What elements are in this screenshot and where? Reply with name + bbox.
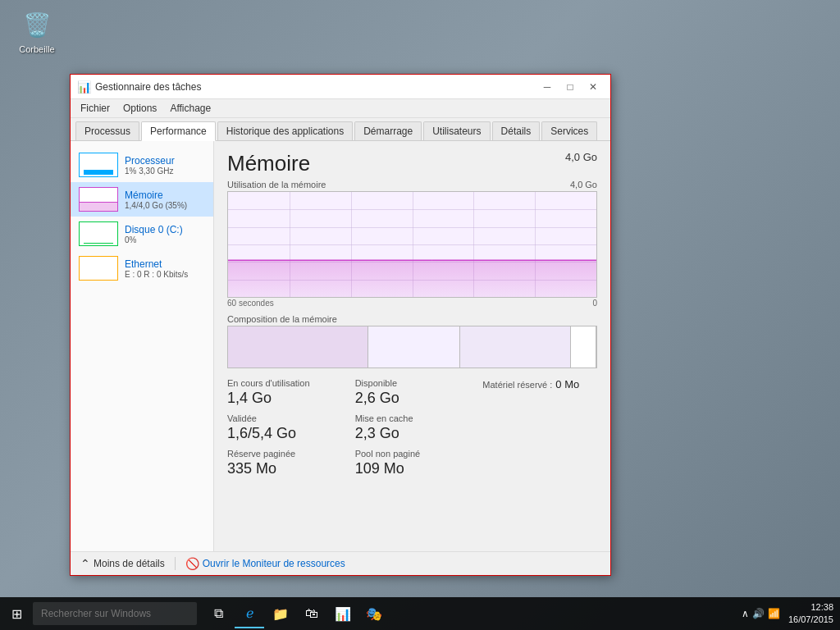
stat-nonpaged-value: 109 Mo (355, 460, 470, 477)
tab-utilisateurs[interactable]: Utilisateurs (423, 121, 490, 140)
disk-thumbnail (79, 221, 118, 246)
tab-services[interactable]: Services (541, 121, 597, 140)
panel-total: 4,0 Go (565, 151, 597, 163)
recycle-bin-icon: 🗑️ (21, 8, 53, 41)
main-panel: Mémoire 4,0 Go Utilisation de la mémoire… (214, 141, 610, 551)
memory-chart-section: Utilisation de la mémoire 4,0 Go (227, 180, 597, 308)
less-details-button[interactable]: ⌃ Moins de détails (80, 557, 165, 570)
stat-paged-pool: Réserve paginée 335 Mo (227, 449, 342, 477)
disk-name: Disque 0 (C:) (125, 224, 205, 235)
stat-paged-value: 335 Mo (227, 460, 342, 477)
explorer-icon[interactable]: 📁 (266, 599, 295, 628)
less-details-label: Moins de détails (94, 558, 165, 569)
menu-affichage[interactable]: Affichage (163, 101, 217, 116)
close-button[interactable]: ✕ (582, 79, 604, 95)
window-icon: 📊 (77, 80, 90, 94)
taskbar-right: ∧ 🔊 📶 12:38 16/07/2015 (742, 601, 840, 627)
stat-committed: Validée 1,6/5,4 Go (227, 413, 342, 442)
task-manager-window: 📊 Gestionnaire des tâches ─ □ ✕ Fichier … (70, 74, 611, 576)
date-display: 16/07/2015 (788, 614, 833, 626)
sidebar-item-ethernet[interactable]: Ethernet E : 0 R : 0 Kbits/s (71, 251, 213, 285)
taskbar-icons: ⧉ ℯ 📁 🛍 📊 🎭 (203, 599, 389, 628)
memory-info: Mémoire 1,4/4,0 Go (35%) (125, 189, 205, 210)
stat-reserved-label: Matériel réservé : (482, 380, 552, 390)
tab-processus[interactable]: Processus (75, 121, 139, 140)
chart-value: 4,0 Go (570, 180, 597, 189)
memory-thumbnail (79, 187, 118, 212)
start-button[interactable]: ⊞ (0, 597, 33, 630)
stat-cached-value: 2,3 Go (355, 425, 470, 442)
window-controls: ─ □ ✕ (536, 79, 604, 95)
tab-details[interactable]: Détails (492, 121, 541, 140)
network-icon[interactable]: 📶 (768, 608, 780, 619)
tabs: Processus Performance Historique des app… (71, 118, 610, 141)
cpu-thumbnail (79, 153, 118, 177)
tab-historique[interactable]: Historique des applications (217, 121, 353, 140)
composition-section: Composition de la mémoire (227, 314, 597, 368)
monitor-link[interactable]: 🚫 Ouvrir le Moniteur de ressources (185, 557, 345, 570)
sidebar-item-memory[interactable]: Mémoire 1,4/4,0 Go (35%) (71, 182, 213, 217)
clock[interactable]: 12:38 16/07/2015 (788, 601, 833, 627)
app2-icon[interactable]: 🎭 (359, 599, 389, 628)
chart-title: Utilisation de la mémoire (227, 180, 326, 189)
window-title: Gestionnaire des tâches (95, 81, 536, 93)
cpu-info: Processeur 1% 3,30 GHz (125, 155, 205, 176)
monitor-icon: 🚫 (185, 557, 199, 570)
disk-detail: 0% (125, 235, 205, 244)
stat-committed-value: 1,6/5,4 Go (227, 425, 342, 442)
ethernet-info: Ethernet E : 0 R : 0 Kbits/s (125, 258, 205, 279)
system-icons: ∧ 🔊 📶 (742, 608, 780, 619)
menu-fichier[interactable]: Fichier (74, 101, 116, 116)
taskbar: ⊞ ⧉ ℯ 📁 🛍 📊 🎭 ∧ 🔊 📶 12:38 16/07/2015 (0, 597, 840, 630)
sidebar-item-cpu[interactable]: Processeur 1% 3,30 GHz (71, 148, 213, 182)
desktop: 🗑️ Corbeille 📊 Gestionnaire des tâches ─… (0, 0, 840, 630)
comp-seg-inuse (228, 326, 368, 368)
stat-inuse: En cours d'utilisation 1,4 Go (227, 378, 342, 407)
maximize-button[interactable]: □ (559, 79, 581, 95)
ethernet-name: Ethernet (125, 258, 205, 270)
chevron-up-icon: ⌃ (80, 557, 90, 570)
desktop-icon-recycle[interactable]: 🗑️ Corbeille (8, 8, 66, 54)
disk-info: Disque 0 (C:) 0% (125, 224, 205, 244)
chart-time-labels: 60 secondes 0 (227, 299, 597, 308)
memory-name: Mémoire (125, 189, 205, 201)
taskview-icon[interactable]: ⧉ (203, 599, 233, 628)
stat-available: Disponible 2,6 Go (355, 378, 470, 407)
menubar: Fichier Options Affichage (71, 99, 610, 118)
speaker-icon[interactable]: 🔊 (752, 608, 765, 619)
ethernet-thumbnail (79, 256, 118, 281)
store-icon[interactable]: 🛍 (297, 599, 326, 628)
cpu-name: Processeur (125, 155, 205, 167)
edge-icon[interactable]: ℯ (235, 599, 264, 628)
sidebar: Processeur 1% 3,30 GHz Mémoire 1,4/4,0 G… (71, 141, 214, 551)
recycle-bin-label: Corbeille (8, 44, 66, 54)
stat-available-value: 2,6 Go (355, 390, 470, 407)
time-label-right: 0 (592, 299, 597, 308)
chart-labels: Utilisation de la mémoire 4,0 Go (227, 180, 597, 189)
composition-chart (227, 326, 597, 368)
menu-options[interactable]: Options (116, 101, 163, 116)
chevron-up-sys-icon[interactable]: ∧ (742, 608, 749, 619)
time-label-left: 60 secondes (227, 299, 274, 308)
time-display: 12:38 (788, 601, 833, 614)
tab-performance[interactable]: Performance (141, 121, 216, 141)
stat-reserved-value: 0 Mo (555, 378, 579, 390)
svg-marker-0 (228, 260, 596, 297)
sidebar-item-disk[interactable]: Disque 0 (C:) 0% (71, 217, 213, 251)
search-input[interactable] (33, 602, 197, 625)
window-footer: ⌃ Moins de détails 🚫 Ouvrir le Moniteur … (71, 551, 610, 575)
footer-separator (175, 557, 176, 570)
comp-seg-standby (460, 326, 571, 368)
windows-icon: ⊞ (11, 606, 22, 622)
content-area: Processeur 1% 3,30 GHz Mémoire 1,4/4,0 G… (71, 141, 610, 551)
memory-chart (227, 191, 597, 298)
app1-icon[interactable]: 📊 (328, 599, 358, 628)
stat-cached-label: Mise en cache (355, 413, 470, 423)
stat-inuse-value: 1,4 Go (227, 390, 342, 407)
monitor-link-label: Ouvrir le Moniteur de ressources (203, 558, 345, 569)
ethernet-detail: E : 0 R : 0 Kbits/s (125, 270, 205, 279)
stat-reserved: Matériel réservé : 0 Mo (482, 378, 597, 407)
stat-nonpaged-label: Pool non paginé (355, 449, 470, 459)
tab-demarrage[interactable]: Démarrage (354, 121, 422, 140)
minimize-button[interactable]: ─ (536, 79, 558, 95)
